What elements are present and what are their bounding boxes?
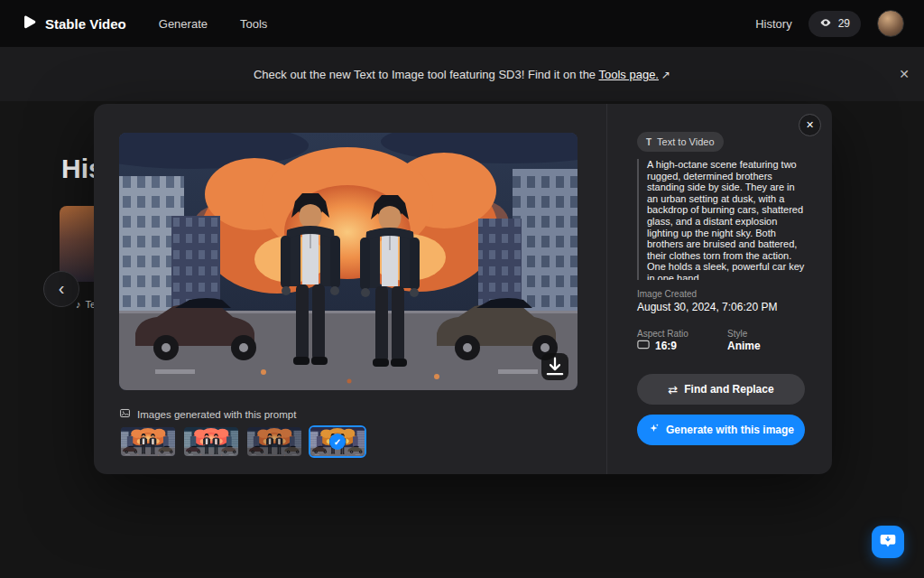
image-created-label: Image Created — [637, 289, 697, 299]
sparkle-icon — [648, 423, 660, 437]
main-nav: Generate Tools — [159, 17, 268, 31]
banner-close-icon[interactable]: ✕ — [899, 67, 910, 81]
nav-history[interactable]: History — [755, 17, 791, 31]
thumbnail-strip: ✓ — [119, 425, 366, 458]
thumbnails-caption: Images generated with this prompt — [119, 407, 296, 421]
brand[interactable]: Stable Video — [20, 14, 126, 34]
nav-generate[interactable]: Generate — [159, 17, 208, 31]
generated-image — [119, 133, 578, 390]
stable-video-logo-icon — [20, 14, 38, 34]
navbar: Stable Video Generate Tools History 29 — [0, 0, 924, 47]
chevron-left-button[interactable]: ‹ — [43, 271, 79, 307]
text-icon: T — [646, 137, 651, 147]
history-card-label: ♪ Te — [76, 299, 96, 310]
credits-count: 29 — [838, 17, 850, 30]
swap-icon: ⇄ — [668, 383, 678, 396]
eye-icon — [819, 16, 832, 32]
chat-feedback-button[interactable] — [872, 526, 904, 558]
aspect-ratio-icon — [637, 340, 650, 352]
check-icon: ✓ — [329, 434, 346, 450]
download-button[interactable] — [541, 353, 568, 380]
thumbnail-2[interactable] — [182, 425, 240, 458]
find-and-replace-button[interactable]: ⇄ Find and Replace — [637, 374, 805, 405]
prompt-text: A high-octane scene featuring two rugged… — [637, 159, 807, 280]
banner-text: Check out the new Text to Image tool fea… — [254, 68, 599, 81]
style-label: Style — [727, 329, 747, 339]
aspect-ratio-label: Aspect Ratio — [637, 329, 688, 339]
style-value: Anime — [727, 340, 761, 352]
announcement-banner: Check out the new Text to Image tool fea… — [0, 47, 924, 101]
nav-tools[interactable]: Tools — [240, 17, 267, 31]
banner-tools-page-link[interactable]: Tools page. — [598, 68, 659, 81]
credits-pill[interactable]: 29 — [808, 11, 861, 37]
music-note-icon: ♪ — [76, 299, 81, 310]
generate-with-image-button[interactable]: Generate with this image — [637, 415, 805, 445]
thumbnail-4-selected[interactable]: ✓ — [309, 425, 366, 458]
thumbnail-1[interactable] — [119, 425, 177, 458]
avatar[interactable] — [877, 10, 904, 37]
image-created-value: August 30, 2024, 7:06:20 PM — [637, 301, 777, 313]
app: Stable Video Generate Tools History 29 C… — [0, 0, 924, 578]
external-link-icon: ↗ — [661, 69, 670, 81]
modal-detail-panel: ✕ T Text to Video A high-octane scene fe… — [607, 104, 832, 474]
image-detail-modal: Images generated with this prompt ✓ ✕ T … — [94, 104, 832, 474]
text-to-video-badge: T Text to Video — [637, 132, 724, 152]
modal-close-icon[interactable]: ✕ — [799, 114, 821, 136]
thumbnail-3[interactable] — [245, 425, 303, 458]
image-icon — [119, 407, 131, 421]
brand-label: Stable Video — [45, 16, 126, 32]
aspect-ratio-value: 16:9 — [637, 340, 677, 352]
chat-bubble-icon — [879, 532, 897, 553]
